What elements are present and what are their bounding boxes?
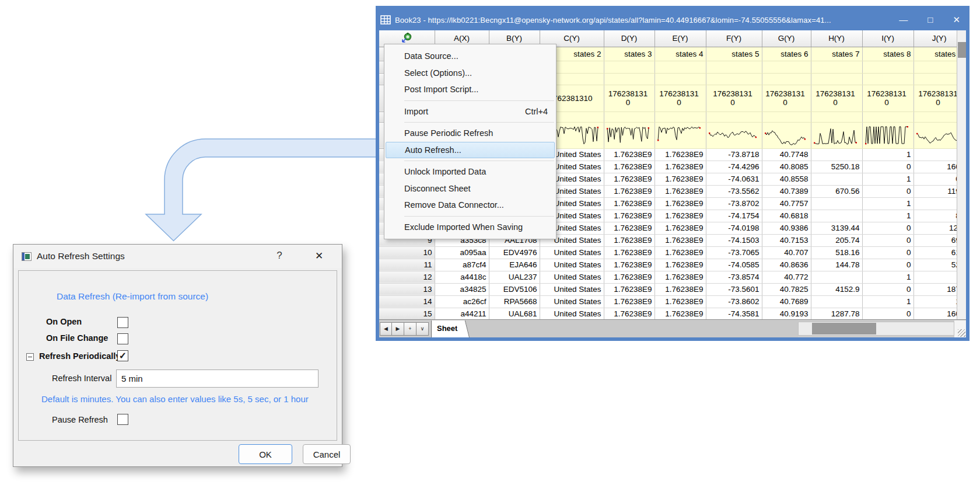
worksheet-cell[interactable]: EDV5106: [489, 283, 540, 295]
worksheet-cell[interactable]: [811, 148, 862, 161]
worksheet-cell[interactable]: -73.8718: [706, 148, 762, 161]
pause-refresh-checkbox[interactable]: [117, 414, 128, 425]
column-header-F[interactable]: F(Y): [706, 30, 762, 47]
worksheet-cell[interactable]: 40.8558: [762, 173, 811, 185]
worksheet-cell[interactable]: United States: [540, 308, 604, 319]
worksheet-cell[interactable]: -74.1503: [706, 234, 762, 246]
worksheet-cell[interactable]: RPA5668: [489, 295, 540, 308]
help-button[interactable]: ?: [273, 250, 286, 262]
worksheet-cell[interactable]: 1.76238E9: [654, 259, 706, 271]
worksheet-cell[interactable]: -74.0585: [706, 259, 762, 271]
worksheet-cell[interactable]: 119.: [914, 185, 957, 197]
column-header-D[interactable]: D(Y): [604, 30, 654, 47]
worksheet-cell[interactable]: 40.9193: [762, 308, 811, 319]
menu-item-disconnect-sheet[interactable]: Disconnect Sheet: [384, 180, 556, 197]
worksheet-cell[interactable]: 1.76238E9: [604, 185, 654, 197]
header-empty-cell[interactable]: [811, 73, 862, 85]
states-label-cell[interactable]: states 4: [654, 47, 706, 61]
worksheet-cell[interactable]: -73.8602: [706, 295, 762, 308]
worksheet-cell[interactable]: 160.: [914, 308, 957, 319]
worksheet-cell[interactable]: 3: [914, 271, 957, 283]
minimize-button[interactable]: —: [899, 15, 908, 25]
worksheet-cell[interactable]: -73.7065: [706, 246, 762, 259]
menu-item-select-options[interactable]: Select (Options)...: [384, 65, 556, 82]
worksheet-cell[interactable]: 0: [862, 234, 914, 246]
sparkline-cell[interactable]: [654, 122, 706, 148]
states-label-cell[interactable]: states 6: [762, 47, 811, 61]
worksheet-cell[interactable]: 1.76238E9: [654, 222, 706, 234]
worksheet-cell[interactable]: 1: [862, 295, 914, 308]
header-empty-cell[interactable]: [654, 111, 706, 122]
worksheet-cell[interactable]: 5250.18: [811, 161, 862, 173]
worksheet-cell[interactable]: 4152.9: [811, 283, 862, 295]
worksheet-cell[interactable]: ac26cf: [435, 295, 489, 308]
worksheet-cell[interactable]: -73.5562: [706, 185, 762, 197]
row-header[interactable]: 10: [379, 246, 435, 259]
header-empty-cell[interactable]: [706, 61, 762, 73]
worksheet-cell[interactable]: [811, 271, 862, 283]
fx-cell[interactable]: 1762381310: [862, 85, 914, 111]
worksheet-cell[interactable]: 0: [862, 222, 914, 234]
worksheet-cell[interactable]: 40.8636: [762, 259, 811, 271]
worksheet-cell[interactable]: 1.76238E9: [604, 222, 654, 234]
worksheet-cell[interactable]: -74.3581: [706, 308, 762, 319]
resize-grip[interactable]: [954, 320, 966, 337]
worksheet-cell[interactable]: 40.8085: [762, 161, 811, 173]
sparkline-cell[interactable]: [762, 122, 811, 148]
fx-cell[interactable]: 1762381310: [914, 85, 957, 111]
fx-cell[interactable]: 1762381310: [654, 85, 706, 111]
header-empty-cell[interactable]: [762, 111, 811, 122]
header-empty-cell[interactable]: [914, 111, 957, 122]
column-header-H[interactable]: H(Y): [811, 30, 862, 47]
worksheet-cell[interactable]: [811, 197, 862, 210]
worksheet-cell[interactable]: 0: [862, 185, 914, 197]
row-header[interactable]: 13: [379, 283, 435, 295]
header-empty-cell[interactable]: [604, 61, 654, 73]
worksheet-cell[interactable]: 1.76238E9: [654, 148, 706, 161]
menu-item-unlock-imported-data[interactable]: Unlock Imported Data: [384, 163, 556, 180]
dialog-close-button[interactable]: ✕: [313, 250, 326, 262]
window-titlebar[interactable]: Book23 - https://lkb0221:Becngx11@opensk…: [379, 9, 966, 30]
worksheet-cell[interactable]: 1.76238E9: [654, 161, 706, 173]
column-header-I[interactable]: I(Y): [862, 30, 914, 47]
header-empty-cell[interactable]: [654, 73, 706, 85]
worksheet-cell[interactable]: -73.5601: [706, 283, 762, 295]
worksheet-cell[interactable]: 40.7689: [762, 295, 811, 308]
horizontal-scrollbar[interactable]: [798, 322, 954, 336]
header-empty-cell[interactable]: [604, 73, 654, 85]
worksheet-cell[interactable]: 40.7153: [762, 234, 811, 246]
refresh-interval-input[interactable]: [116, 370, 318, 388]
cancel-button[interactable]: Cancel: [303, 444, 351, 464]
header-empty-cell[interactable]: [811, 111, 862, 122]
worksheet-cell[interactable]: 40.7748: [762, 148, 811, 161]
worksheet-cell[interactable]: 3139.44: [811, 222, 862, 234]
fx-cell[interactable]: 1762381310: [762, 85, 811, 111]
worksheet-cell[interactable]: UAL681: [489, 308, 540, 319]
worksheet-cell[interactable]: a87cf4: [435, 259, 489, 271]
worksheet-cell[interactable]: 40.7757: [762, 197, 811, 210]
states-label-cell[interactable]: states 8: [862, 47, 914, 61]
worksheet-cell[interactable]: 1.76238E9: [604, 308, 654, 319]
worksheet-cell[interactable]: [811, 210, 862, 222]
worksheet-cell[interactable]: 205.74: [811, 234, 862, 246]
worksheet-cell[interactable]: -74.1754: [706, 210, 762, 222]
sparkline-cell[interactable]: [914, 122, 957, 148]
worksheet-cell[interactable]: 1.76238E9: [604, 234, 654, 246]
sheet-tab[interactable]: Sheet1: [431, 320, 464, 337]
sheet-list-icon[interactable]: ∨: [416, 322, 429, 336]
worksheet-cell[interactable]: [914, 197, 957, 210]
horizontal-scrollbar-thumb[interactable]: [812, 323, 876, 334]
sparkline-cell[interactable]: [862, 122, 914, 148]
next-sheet-icon[interactable]: ▶: [392, 322, 404, 336]
dialog-titlebar[interactable]: Auto Refresh Settings: [13, 245, 342, 268]
worksheet-cell[interactable]: 1.76238E9: [604, 197, 654, 210]
worksheet-cell[interactable]: 518.16: [811, 246, 862, 259]
worksheet-cell[interactable]: 1.76238E9: [654, 234, 706, 246]
vertical-scrollbar[interactable]: [957, 30, 966, 319]
states-label-cell[interactable]: states 5: [706, 47, 762, 61]
worksheet-cell[interactable]: 1.76238E9: [654, 197, 706, 210]
worksheet-cell[interactable]: a4418c: [435, 271, 489, 283]
worksheet-cell[interactable]: 127: [914, 222, 957, 234]
worksheet-cell[interactable]: 1.76238E9: [654, 246, 706, 259]
worksheet-cell[interactable]: 8.: [914, 210, 957, 222]
